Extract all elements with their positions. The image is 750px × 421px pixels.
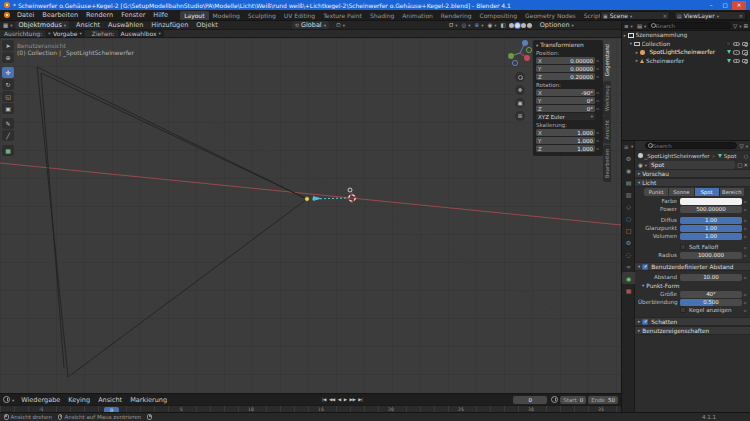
timeline-editor-icon[interactable] (3, 396, 10, 403)
panel-benutzereigenschaften[interactable]: ▸ Benutzereigenschaften (635, 326, 750, 335)
tab-object-data[interactable]: ◉ (622, 272, 635, 284)
menu-wiedergabe[interactable]: Wiedergabe (17, 396, 64, 404)
properties-editor-icon[interactable]: ≡ (622, 141, 635, 152)
proportional-editing-icon[interactable]: ◎ (461, 22, 470, 28)
diffus-slider[interactable]: 1.00 (680, 217, 742, 224)
tab-render[interactable]: ◉ (622, 164, 635, 176)
editor-type-icon[interactable]: ▦ (3, 22, 12, 28)
mode-dropdown[interactable]: Objektmodus (15, 21, 69, 29)
panel-spot-form[interactable]: ▾ Punkt-Form (635, 281, 750, 290)
viewlayer-unlink-icon[interactable]: ✕ (739, 13, 743, 19)
tool-add-cube[interactable]: ▦ (2, 145, 14, 156)
browse-light-icon[interactable]: ◉ (638, 162, 647, 168)
tool-transform[interactable]: ▣ (2, 103, 14, 114)
soft-falloff-checkbox[interactable] (680, 244, 686, 250)
shading-mode-wireframe[interactable] (509, 23, 514, 28)
maximize-button[interactable]: ▢ (718, 1, 732, 10)
jump-to-start-button[interactable]: |◀ (321, 397, 328, 402)
tool-move[interactable]: ✢ (2, 67, 14, 78)
menu-objekt[interactable]: Objekt (192, 21, 221, 29)
menu-rendern[interactable]: Rendern (82, 11, 117, 19)
rotation-z-row[interactable]: Z0°▫ (536, 105, 600, 112)
outliner-editor-icon[interactable]: ≡ (624, 23, 633, 29)
scale-x-row[interactable]: X1.000▫ (536, 129, 600, 136)
datablock-name-field[interactable]: Spot (649, 161, 735, 169)
menu-bearbeiten[interactable]: Bearbeiten (38, 11, 82, 19)
outliner-row-scheinwerfer[interactable]: ▸ Scheinwerfer (622, 57, 750, 66)
drag-mode-dropdown[interactable]: Auswahlbox (118, 30, 164, 37)
minimize-button[interactable]: – (704, 1, 718, 10)
snap-magnet-icon[interactable]: Ω (449, 22, 457, 28)
overlays-toggle-icon[interactable]: ◉ (487, 22, 496, 28)
tab-modifiers[interactable]: ⚙ (622, 236, 635, 248)
frame-end-field[interactable]: Ende50 (588, 396, 618, 404)
pivot-point-dropdown[interactable]: ∅ (336, 22, 345, 28)
tool-select-box[interactable]: ➤ (2, 40, 14, 51)
ortho-grid-icon[interactable]: ⊞ (515, 111, 525, 121)
use-preview-range-icon[interactable] (551, 396, 558, 403)
outliner-search[interactable] (648, 22, 731, 29)
position-y-row[interactable]: Y0.00000▫ (536, 65, 600, 72)
light-type-spot[interactable]: Spot (695, 188, 720, 196)
menu-keying[interactable]: Keying (64, 396, 94, 404)
tool-measure[interactable]: ╱ (2, 130, 14, 141)
properties-filter-icon[interactable]: ▽ (740, 143, 749, 149)
shading-mode-material[interactable] (521, 23, 526, 28)
light-type-punkt[interactable]: Punkt (644, 188, 669, 196)
camera-visibility-icon[interactable] (742, 59, 748, 64)
tab-tool[interactable]: ⚙ (622, 152, 635, 164)
eye-icon[interactable] (733, 42, 740, 47)
shading-mode-rendered[interactable] (527, 23, 532, 28)
kegel-checkbox[interactable] (680, 307, 686, 313)
radius-field[interactable]: 1000.000 (680, 252, 742, 259)
orientation-preset-dropdown[interactable]: ⌖Vorgabe (45, 30, 85, 37)
tab-physics[interactable]: ◌ (622, 248, 635, 260)
options-dropdown[interactable]: Optionen (536, 21, 578, 29)
blender-menu-icon[interactable] (4, 12, 10, 18)
outliner-row-spotlight[interactable]: ▸ _SpotLightScheinwerfer (622, 48, 750, 57)
tab-texture[interactable]: ▦ (622, 284, 635, 296)
workspace-tab-sculpting[interactable]: Sculpting (244, 11, 280, 20)
gizmos-toggle-icon[interactable]: ⊕ (475, 22, 484, 28)
tab-object[interactable]: □ (622, 224, 635, 236)
fake-user-shield-icon[interactable]: ▢ (737, 162, 742, 168)
tab-constraints[interactable]: ∞ (622, 260, 635, 272)
power-field[interactable]: 500.00000 (680, 206, 742, 213)
groesse-field[interactable]: 40° (680, 291, 742, 298)
viewlayer-selector[interactable]: ▤ ViewLayer ✕ (674, 11, 746, 20)
color-swatch[interactable] (680, 198, 742, 205)
abstand-field[interactable]: 10.00 (680, 274, 742, 281)
frame-start-field[interactable]: Start0 (560, 396, 586, 404)
menu-ansicht[interactable]: Ansicht (72, 21, 104, 29)
menu-tl-ansicht[interactable]: Ansicht (94, 396, 126, 404)
light-type-sonne[interactable]: Sonne (669, 188, 694, 196)
workspace-tab-layout[interactable]: Layout (180, 11, 208, 20)
collection-exclude-checkbox[interactable] (726, 41, 731, 46)
outliner-search-input[interactable] (656, 23, 728, 29)
menu-markierung[interactable]: Markierung (126, 396, 171, 404)
zoom-view-icon[interactable] (515, 72, 525, 82)
breadcrumb-object[interactable]: _SpotLightScheinwerfer (645, 153, 710, 159)
scale-y-row[interactable]: Y1.000▫ (536, 137, 600, 144)
unlink-icon[interactable]: ✕ (743, 162, 748, 168)
navigation-gizmo[interactable] (505, 38, 535, 68)
menu-auswaehlen[interactable]: Auswählen (104, 21, 147, 29)
tool-rotate[interactable]: ↻ (2, 79, 14, 90)
npanel-tab-gegenstand[interactable]: Gegenstand (603, 40, 611, 80)
camera-view-icon[interactable]: ▣ (515, 98, 525, 108)
breadcrumb-data[interactable]: Spot (724, 153, 737, 159)
prev-keyframe-button[interactable]: ◀◀ (327, 397, 336, 402)
scale-z-row[interactable]: Z1.000▫ (536, 145, 600, 152)
panel-vorschau[interactable]: ▸Vorschau (635, 169, 750, 178)
position-z-row[interactable]: Z0.20000▫ (536, 73, 600, 80)
pin-icon[interactable]: ○ (744, 153, 748, 159)
workspace-tab-compositing[interactable]: Compositing (476, 11, 522, 20)
schatten-checkbox[interactable] (642, 319, 648, 325)
close-button[interactable]: ✕ (732, 1, 746, 10)
next-keyframe-button[interactable]: ▶▶ (348, 397, 357, 402)
menu-datei[interactable]: Datei (13, 11, 38, 19)
panel-custom-distance[interactable]: ▾ Benutzerdefinierter Abstand (635, 262, 750, 271)
tab-scene[interactable]: ◇ (622, 200, 635, 212)
outliner-row-scene-collection[interactable]: ▸ Szenensammlung (622, 31, 750, 40)
new-collection-icon[interactable]: ⊞ (743, 23, 748, 29)
